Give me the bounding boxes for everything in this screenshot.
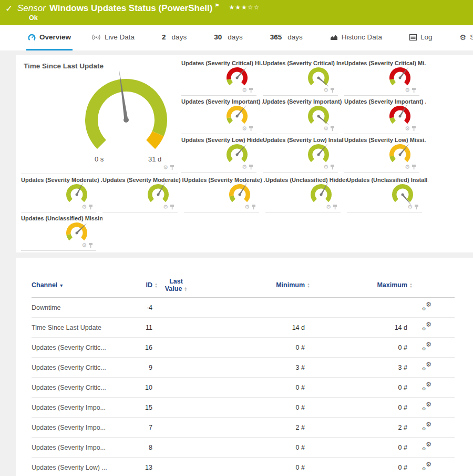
tab-30-days-number: 30 [214,33,222,41]
channel-settings-gears-icon[interactable]: ⚙⚙ [422,302,431,311]
channel-name-cell[interactable]: Downtime [32,298,126,318]
gear-icon[interactable]: ⚙ [81,242,87,248]
gear-icon[interactable]: ⚙ [405,164,410,170]
table-row: Updates (Severity Impo...150 #0 #⚙⚙ [32,398,455,418]
channel-gauge-cell[interactable]: Updates (Severity Moderate) ...⚙ [184,174,265,212]
pin-icon[interactable] [330,87,335,93]
channel-name-cell[interactable]: Updates (Severity Critic... [32,338,126,358]
channel-gauge-cell[interactable]: Updates (Unclassified) Missing⚙ [21,212,102,251]
gauge-action-icons: ⚙ [405,87,416,93]
channel-gauge-cell[interactable]: Updates (Severity Low) Missi...⚙ [344,134,426,173]
gear-icon[interactable]: ⚙ [81,204,87,210]
channel-name-cell[interactable]: Updates (Severity Impo... [32,438,126,458]
channel-gauge-cell[interactable]: Updates (Severity Important) ...⚙ [344,96,426,134]
id-cell: 11 [126,318,158,338]
channel-gauge-cell[interactable]: Updates (Severity Moderate) ...⚙ [21,174,102,212]
channel-gauge-cell[interactable]: Updates (Severity Low) Install...⚙ [263,134,344,173]
pin-icon[interactable] [249,126,253,131]
channel-name-cell[interactable]: Updates (Severity Low) ... [32,458,126,476]
tab-30-days[interactable]: 30 days [212,25,244,50]
pin-icon[interactable] [88,242,93,248]
channel-settings-gears-icon[interactable]: ⚙⚙ [422,422,431,431]
channel-settings-gears-icon[interactable]: ⚙⚙ [422,402,431,411]
tab-365-days[interactable]: 365 days [269,25,304,50]
maximum-cell: 0 # [310,338,413,358]
channel-gauge-cell[interactable]: Updates (Severity Critical) Hi...⚙ [181,57,263,96]
pin-icon[interactable] [251,204,256,210]
channel-settings-gears-icon[interactable]: ⚙⚙ [422,442,431,451]
channel-name-cell[interactable]: Updates (Severity Impo... [32,418,126,438]
gauge-action-icons: ⚙ [323,126,335,131]
gauge-action-icons: ⚙ [405,164,416,170]
tab-historic-data[interactable]: Historic Data [328,25,384,50]
last-value-cell [158,298,194,318]
pin-icon[interactable] [412,87,416,93]
column-header-last-value[interactable]: Last Value▲▼ [158,278,194,298]
gear-icon[interactable]: ⚙ [242,126,247,131]
channel-gauge-cell[interactable]: Updates (Severity Important) ...⚙ [263,96,344,134]
column-header-minimum[interactable]: Minimum▲▼ [194,278,310,298]
channel-settings-gears-icon[interactable]: ⚙⚙ [422,342,431,351]
channel-gauge-cell[interactable]: Updates (Severity Critical) Ins...⚙ [263,57,344,96]
gear-icon[interactable]: ⚙ [163,204,168,210]
flag-icon[interactable]: ⚑ [214,3,219,8]
column-header-id[interactable]: ID▲▼ [126,278,158,298]
gear-icon[interactable]: ⚙ [323,126,328,131]
tab-30-days-unit: days [228,33,243,41]
channel-settings-gears-icon[interactable]: ⚙⚙ [422,322,431,331]
column-header-maximum[interactable]: Maximum▲▼ [310,278,413,298]
channel-settings-gears-icon[interactable]: ⚙⚙ [422,382,431,391]
gear-icon[interactable]: ⚙ [242,87,247,93]
main-gauge-block[interactable]: Time Since Last Update 0 s 31 d ⚙ [21,57,178,174]
pin-icon[interactable] [249,164,253,170]
gear-icon[interactable]: ⚙ [405,126,410,131]
channel-settings-gears-icon[interactable]: ⚙⚙ [422,462,431,471]
channel-settings-cell: ⚙⚙ [413,418,455,438]
pin-icon[interactable] [330,164,335,170]
pin-icon[interactable] [414,204,419,210]
channel-name-cell[interactable]: Updates (Severity Critic... [32,378,126,398]
channel-name-cell[interactable]: Time Since Last Update [32,318,126,338]
pin-icon[interactable] [88,204,93,210]
pin-icon[interactable] [170,165,174,170]
maximum-cell: 3 # [310,358,413,378]
channel-gauge-cell[interactable]: Updates (Unclassified) Hidden⚙ [265,174,347,212]
tab-2-days[interactable]: 2 days [160,25,188,50]
channel-settings-gears-icon[interactable]: ⚙⚙ [422,362,431,371]
tab-log[interactable]: Log [408,25,434,50]
gauge-action-icons: ⚙ [323,164,335,170]
pin-icon[interactable] [330,126,335,131]
small-gauge-row: Updates (Severity Moderate) ...⚙Updates … [21,174,428,212]
tab-overview[interactable]: Overview [26,25,73,50]
id-cell: 16 [126,338,158,358]
pin-icon[interactable] [412,126,416,131]
gear-icon[interactable]: ⚙ [323,164,328,170]
pin-icon[interactable] [333,204,337,210]
channel-gauge-cell[interactable]: Updates (Severity Moderate) I...⚙ [102,174,184,212]
channel-gauge-cell[interactable]: Updates (Severity Low) Hidden⚙ [181,134,263,173]
cell-divider [347,212,422,212]
column-header-channel[interactable]: Channel▾ [32,278,126,298]
channel-name-cell[interactable]: Updates (Severity Impo... [32,398,126,418]
gear-icon[interactable]: ⚙ [326,204,331,210]
gear-icon[interactable]: ⚙ [163,165,168,170]
minimum-cell: 2 # [194,418,310,438]
main-gauge [68,60,184,160]
gear-icon[interactable]: ⚙ [407,204,413,210]
gear-icon[interactable]: ⚙ [405,87,410,93]
status-badge: Ok [29,14,38,22]
maximum-cell: 2 # [310,418,413,438]
channel-gauge-cell[interactable]: Updates (Severity Important) ...⚙ [181,96,263,134]
pin-icon[interactable] [412,164,416,170]
gear-icon[interactable]: ⚙ [244,204,250,210]
pin-icon[interactable] [249,87,253,93]
channel-gauge-cell[interactable]: Updates (Unclassified) Install...⚙ [347,174,428,212]
priority-stars[interactable]: ★★★☆☆ [229,4,260,11]
gear-icon[interactable]: ⚙ [242,164,247,170]
gear-icon[interactable]: ⚙ [323,87,328,93]
channel-gauge-cell[interactable]: Updates (Severity Critical) Mi...⚙ [344,57,426,96]
channel-name-cell[interactable]: Updates (Severity Critic... [32,358,126,378]
tab-live-data[interactable]: Live Data [90,25,136,50]
pin-icon[interactable] [170,204,174,210]
tab-settings[interactable]: ⚙ Settings [458,25,473,50]
